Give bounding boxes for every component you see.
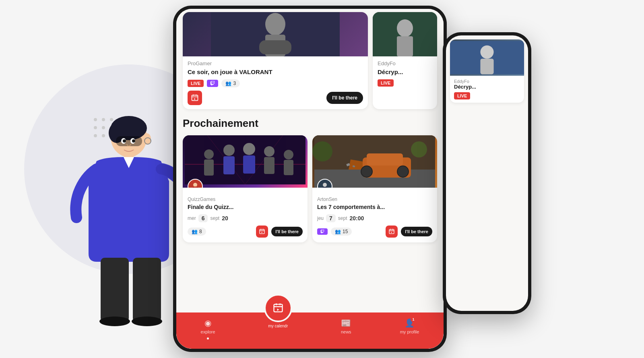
quizz-schedule: mer 6 sept 20 — [188, 214, 303, 222]
streamer-name-2: EddyFo — [378, 60, 432, 66]
svg-rect-53 — [367, 153, 403, 166]
card-bottom-row-1: I'll be there — [188, 91, 363, 105]
svg-point-54 — [361, 166, 372, 177]
nav-news-label: news — [341, 329, 351, 334]
live-card-1-info: ProGamer Ce soir, on joue à VALORANT LIV… — [183, 56, 368, 109]
svg-marker-49 — [262, 232, 263, 233]
nav-calendar-label: my calendr — [268, 324, 288, 328]
upcoming-card-artonsen: ArtonSen Les 7 comportements à... jeu 7 … — [312, 135, 437, 242]
ill-be-there-btn-artonsen[interactable]: I'll be there — [401, 227, 432, 236]
secondary-card-img — [450, 39, 524, 76]
svg-point-38 — [264, 146, 275, 157]
svg-point-73 — [480, 46, 493, 59]
car-crash-bg — [312, 135, 437, 188]
main-phone: ProGamer Ce soir, on joue à VALORANT LIV… — [173, 6, 447, 352]
svg-point-55 — [397, 166, 409, 177]
quizz-calendar-icon — [256, 226, 268, 238]
secondary-top-card: EddyFo Décryp... LIVE — [450, 39, 524, 103]
svg-point-10 — [132, 317, 162, 326]
nav-calendar-center[interactable]: my calendr — [264, 306, 292, 328]
svg-rect-8 — [133, 258, 161, 322]
artonsen-card-image — [312, 135, 437, 188]
svg-point-34 — [223, 145, 235, 156]
artonsen-calendar-icon — [386, 226, 398, 238]
nav-news[interactable]: 📰 news — [341, 318, 351, 334]
quizz-bg — [183, 135, 308, 188]
nav-explore[interactable]: ◉ explore — [201, 318, 215, 339]
quizz-badges: 👥 8 — [188, 226, 303, 238]
artonsen-card-info: ArtonSen Les 7 comportements à... jeu 7 … — [312, 188, 437, 242]
secondary-title: Décryp... — [454, 84, 520, 90]
nav-center-button[interactable] — [264, 294, 292, 322]
artonsen-viewers: 👥 15 — [331, 228, 352, 236]
svg-rect-37 — [243, 155, 255, 174]
svg-rect-20 — [192, 95, 198, 100]
svg-rect-33 — [204, 159, 214, 176]
nav-dot — [207, 337, 209, 339]
svg-point-32 — [204, 149, 214, 159]
viewers-icon-1: 👥 — [225, 81, 231, 86]
svg-rect-7 — [101, 258, 129, 322]
svg-rect-41 — [284, 160, 293, 175]
card-badges-1: LIVE 👥 3 — [188, 79, 363, 87]
quizz-month: sept — [210, 215, 219, 221]
live-badge-1: LIVE — [188, 80, 204, 87]
svg-point-42 — [193, 183, 197, 187]
calendar-icon-1 — [188, 91, 202, 105]
quizz-viewers: 👥 8 — [188, 228, 206, 236]
prochainement-title: Prochainement — [176, 109, 444, 135]
secondary-phone: EddyFo Décryp... LIVE — [443, 32, 531, 314]
svg-marker-71 — [277, 308, 279, 311]
quizz-card-info: QuizzGames Finale du Quizz... mer 6 sept… — [183, 188, 308, 242]
svg-point-14 — [123, 139, 126, 143]
quizz-day: mer — [188, 215, 196, 221]
svg-rect-44 — [194, 186, 197, 188]
live-card-2-image — [373, 12, 437, 56]
svg-rect-35 — [223, 156, 235, 174]
explore-icon: ◉ — [204, 318, 211, 328]
live-card-1: ProGamer Ce soir, on joue à VALORANT LIV… — [183, 12, 368, 109]
secondary-phone-content: EddyFo Décryp... LIVE — [446, 35, 528, 111]
quizz-time: 20 — [222, 215, 228, 221]
secondary-live-badge: LIVE — [454, 92, 470, 99]
viewers-badge-1: 👥 3 — [221, 79, 240, 87]
ill-be-there-btn-1[interactable]: I'll be there — [326, 92, 363, 104]
svg-marker-24 — [194, 98, 195, 99]
svg-point-60 — [323, 183, 327, 187]
ill-be-there-btn-quizz[interactable]: I'll be there — [271, 227, 303, 236]
svg-rect-62 — [389, 229, 394, 234]
svg-point-9 — [99, 317, 130, 326]
news-icon: 📰 — [341, 318, 351, 328]
svg-rect-19 — [259, 40, 291, 54]
bottom-navigation: ◉ explore my calendr — [176, 312, 444, 349]
nav-profile-label: my profile — [400, 329, 419, 334]
live-card-2: EddyFo Décryp... LIVE — [373, 12, 437, 109]
stream-title-2: Décryp... — [378, 68, 432, 76]
artonsen-twitch — [317, 228, 328, 235]
svg-marker-66 — [391, 232, 392, 233]
artonsen-day: jeu — [317, 215, 324, 221]
artonsen-time: 20:00 — [350, 215, 364, 221]
svg-rect-67 — [274, 304, 282, 312]
svg-point-40 — [284, 150, 293, 159]
card-badges-2: LIVE — [378, 79, 432, 87]
artonsen-badges: 👥 15 — [317, 226, 432, 238]
svg-rect-74 — [480, 59, 493, 74]
stream-title-1: Ce soir, on joue à VALORANT — [188, 68, 363, 76]
secondary-badges: LIVE — [454, 92, 520, 99]
profile-icon-wrapper: 👤 1 — [405, 318, 415, 328]
upcoming-grid: QuizzGames Finale du Quizz... mer 6 sept… — [176, 135, 444, 242]
svg-point-17 — [265, 13, 285, 35]
artonsen-schedule: jeu 7 sept 20:00 — [317, 214, 432, 222]
quizz-card-image — [183, 135, 308, 188]
svg-rect-45 — [260, 229, 264, 234]
quizz-streamer: QuizzGames — [188, 197, 303, 202]
live-badge-2: LIVE — [378, 79, 394, 87]
live-cards-section: ProGamer Ce soir, on joue à VALORANT LIV… — [176, 9, 444, 109]
nav-profile[interactable]: 👤 1 my profile — [400, 318, 419, 334]
svg-point-36 — [243, 143, 255, 155]
twitch-badge-1 — [207, 80, 218, 87]
upcoming-card-quizz: QuizzGames Finale du Quizz... mer 6 sept… — [183, 135, 308, 242]
svg-point-15 — [132, 139, 135, 143]
live-card-2-info: EddyFo Décryp... LIVE — [373, 56, 437, 91]
